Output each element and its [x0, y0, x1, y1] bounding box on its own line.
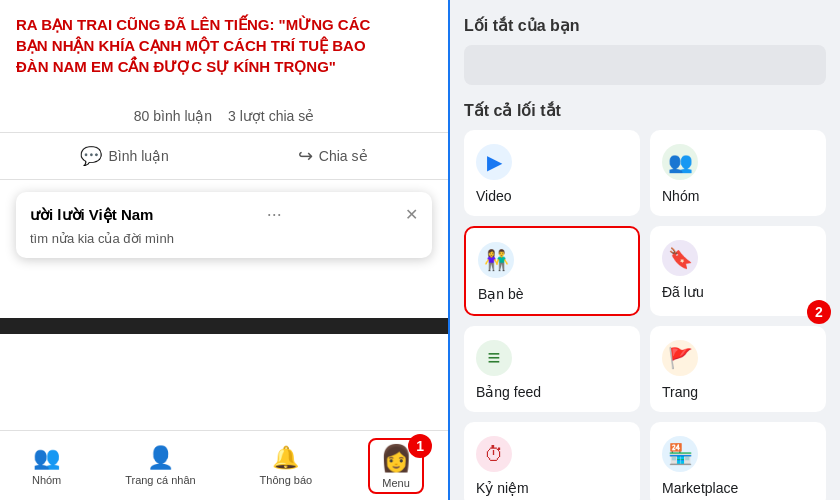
comment-count: 80 bình luận: [134, 108, 212, 124]
friends-shortcut-icon: 👫: [478, 242, 514, 278]
shortcut-friends[interactable]: 👫 Bạn bè: [464, 226, 640, 316]
post-headline: RA BẠN TRAI CŨNG ĐÃ LÊN TIẾNG: "MỪNG CÁC…: [16, 14, 432, 77]
nav-notifications[interactable]: 🔔 Thông báo: [252, 441, 321, 490]
nav-profile[interactable]: 👤 Trang cá nhân: [117, 441, 204, 490]
chat-popup-more-button[interactable]: ···: [267, 204, 282, 225]
nav-notifications-label: Thông báo: [260, 474, 313, 486]
friends-shortcut-label: Bạn bè: [478, 286, 626, 302]
pages-shortcut-icon: 🚩: [662, 340, 698, 376]
nav-menu-label: Menu: [382, 477, 410, 489]
post-actions: 💬 Bình luận ↪ Chia sẻ: [0, 133, 448, 180]
nav-groups[interactable]: 👥 Nhóm: [24, 441, 69, 490]
shortcut-feed[interactable]: ≡ Bảng feed: [464, 326, 640, 412]
share-button[interactable]: ↪ Chia sẻ: [278, 137, 388, 175]
saved-shortcut-label: Đã lưu: [662, 284, 814, 300]
nav-profile-label: Trang cá nhân: [125, 474, 196, 486]
chat-popup-close-button[interactable]: ✕: [405, 205, 418, 224]
share-icon: ↪: [298, 145, 313, 167]
post-text-area: RA BẠN TRAI CŨNG ĐÃ LÊN TIẾNG: "MỪNG CÁC…: [0, 0, 448, 100]
step2-badge: 2: [807, 300, 831, 324]
shortcut-memories[interactable]: ⏱ Kỷ niệm: [464, 422, 640, 500]
chat-popup-subtitle: tìm nửa kia của đời mình: [30, 231, 418, 246]
shortcut-video[interactable]: ▶ Video: [464, 130, 640, 216]
video-shortcut-label: Video: [476, 188, 628, 204]
bottom-nav: 👥 Nhóm 👤 Trang cá nhân 🔔 Thông báo 👩 Men…: [0, 430, 448, 500]
bell-nav-icon: 🔔: [272, 445, 299, 471]
chat-popup: ười lười Việt Nam ··· ✕ tìm nửa kia của …: [16, 192, 432, 258]
comment-button[interactable]: 💬 Bình luận: [60, 137, 188, 175]
share-count: 3 lượt chia sẻ: [228, 108, 314, 124]
profile-nav-icon: 👤: [147, 445, 174, 471]
nav-groups-label: Nhóm: [32, 474, 61, 486]
groups-nav-icon: 👥: [33, 445, 60, 471]
feed-shortcut-label: Bảng feed: [476, 384, 628, 400]
marketplace-shortcut-label: Marketplace: [662, 480, 814, 496]
comment-icon: 💬: [80, 145, 102, 167]
shortcuts-placeholder: [464, 45, 826, 85]
all-shortcuts-title: Tất cả lối tắt: [464, 101, 826, 120]
right-panel: Lối tắt của bạn Tất cả lối tắt ▶ Video 👥…: [450, 0, 840, 500]
memories-shortcut-label: Kỷ niệm: [476, 480, 628, 496]
shortcuts-grid: ▶ Video 👥 Nhóm 👫 Bạn bè 🔖 Đã lưu 2 ≡ Bản…: [464, 130, 826, 500]
video-shortcut-icon: ▶: [476, 144, 512, 180]
shortcut-marketplace[interactable]: 🏪 Marketplace: [650, 422, 826, 500]
groups-shortcut-icon: 👥: [662, 144, 698, 180]
pages-shortcut-label: Trang: [662, 384, 814, 400]
shortcut-saved[interactable]: 🔖 Đã lưu 2: [650, 226, 826, 316]
shortcuts-title: Lối tắt của bạn: [464, 16, 826, 35]
groups-shortcut-label: Nhóm: [662, 188, 814, 204]
saved-shortcut-icon: 🔖: [662, 240, 698, 276]
decorative-bar: [0, 318, 448, 334]
left-panel: RA BẠN TRAI CŨNG ĐÃ LÊN TIẾNG: "MỪNG CÁC…: [0, 0, 450, 500]
shortcut-pages[interactable]: 🚩 Trang: [650, 326, 826, 412]
nav-menu[interactable]: 👩 Menu 1: [368, 438, 424, 494]
marketplace-shortcut-icon: 🏪: [662, 436, 698, 472]
post-stats: 80 bình luận 3 lượt chia sẻ: [0, 100, 448, 133]
feed-shortcut-icon: ≡: [476, 340, 512, 376]
memories-shortcut-icon: ⏱: [476, 436, 512, 472]
chat-popup-title: ười lười Việt Nam: [30, 206, 153, 224]
chat-popup-header: ười lười Việt Nam ··· ✕: [30, 204, 418, 225]
step1-badge: 1: [408, 434, 432, 458]
shortcut-groups[interactable]: 👥 Nhóm: [650, 130, 826, 216]
